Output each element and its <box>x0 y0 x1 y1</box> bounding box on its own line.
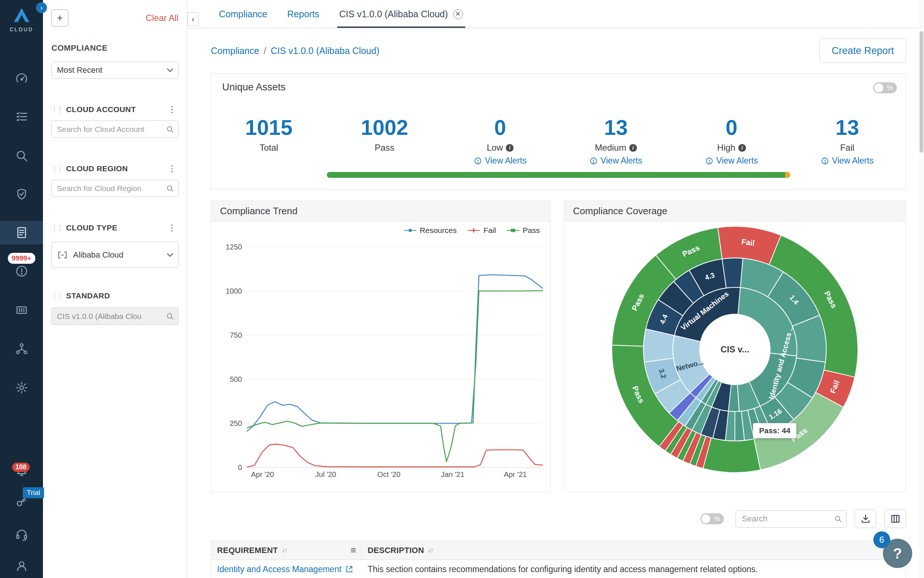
filter-section-label: CLOUD TYPE <box>66 223 165 232</box>
sidebar-item-containers[interactable] <box>0 299 43 322</box>
cloud-region-search-input[interactable] <box>52 180 178 197</box>
requirements-table: REQUIREMENT↓↑ ≡ DESCRIPTION↓↑ Identity a… <box>211 541 906 578</box>
download-button[interactable] <box>854 510 876 528</box>
cloud-type-select[interactable]: Alibaba Cloud <box>52 242 178 268</box>
toggle-knob <box>874 83 883 92</box>
breadcrumb-separator: / <box>264 45 266 56</box>
stat-label: High <box>717 143 735 153</box>
logo-text: CLOUD <box>0 26 43 32</box>
drag-handle-icon[interactable]: ⋮⋮ <box>52 106 62 114</box>
svg-text:Oct '20: Oct '20 <box>377 470 401 479</box>
scrollbar-thumb[interactable] <box>919 31 923 153</box>
filter-section-cloud-region: ⋮⋮ CLOUD REGION ⋮ <box>52 164 178 197</box>
sidebar-item-compliance[interactable] <box>0 221 43 244</box>
columns-button[interactable] <box>884 510 906 528</box>
chevron-down-icon <box>167 68 173 72</box>
collapse-panel-button[interactable]: ‹ <box>187 13 199 26</box>
percent-label: % <box>887 84 893 92</box>
filter-panel-heading: COMPLIANCE <box>52 43 178 53</box>
kebab-menu-icon[interactable]: ⋮ <box>165 222 178 233</box>
avatar-icon <box>15 559 28 573</box>
filter-section-cloud-type: ⋮⋮ CLOUD TYPE ⋮ Alibaba Cloud <box>52 222 178 268</box>
sidebar-item-profile[interactable] <box>0 554 43 578</box>
cloud-type-value: Alibaba Cloud <box>73 250 123 260</box>
sort-select[interactable]: Most Recent <box>52 62 178 79</box>
sort-icon[interactable]: ↓↑ <box>282 546 287 554</box>
sidebar-item-checklist[interactable] <box>0 105 43 128</box>
shield-check-icon <box>15 188 28 201</box>
view-alerts-link[interactable]: View Alerts <box>821 156 873 166</box>
alert-circle-icon <box>474 157 482 165</box>
stat-label: Low <box>487 143 503 153</box>
compliance-coverage-card: Compliance Coverage 1.41.163.24.44.3Fail… <box>564 201 906 492</box>
cloud-account-search-input[interactable] <box>52 120 178 138</box>
scrollbar[interactable] <box>919 0 924 578</box>
svg-text:Fail: Fail <box>741 237 755 247</box>
logo-icon <box>13 7 30 23</box>
drag-handle-icon[interactable]: ⋮⋮ <box>52 224 62 232</box>
trend-chart: 025050075010001250Apr '20Jul '20Oct '20J… <box>211 222 550 492</box>
create-report-button[interactable]: Create Report <box>819 39 906 63</box>
filter-section-label: STANDARD <box>66 291 178 300</box>
info-icon[interactable]: i <box>629 144 637 152</box>
breadcrumb-root[interactable]: Compliance <box>211 45 259 56</box>
view-alerts-link[interactable]: View Alerts <box>589 156 642 166</box>
sidebar-item-network[interactable] <box>0 337 43 360</box>
percent-toggle[interactable]: % <box>873 82 897 93</box>
svg-text:0: 0 <box>238 463 242 471</box>
svg-text:CIS v...: CIS v... <box>720 344 749 354</box>
table-percent-toggle[interactable]: % <box>700 513 724 524</box>
column-menu-icon[interactable]: ≡ <box>351 545 356 556</box>
stat-value: 1015 <box>245 117 292 138</box>
standard-filter-input[interactable] <box>52 308 178 325</box>
alert-circle-icon <box>589 157 597 165</box>
sidebar-item-security[interactable] <box>0 183 43 206</box>
table-search-input[interactable] <box>736 510 846 528</box>
sidebar-item-search[interactable] <box>0 144 43 167</box>
view-alerts-link[interactable]: View Alerts <box>705 156 757 166</box>
svg-text:Apr '20: Apr '20 <box>251 470 274 479</box>
svg-text:Jul '20: Jul '20 <box>315 470 336 479</box>
stat-label: Total <box>260 143 278 153</box>
filter-section-standard: ⋮⋮ STANDARD <box>52 291 178 325</box>
stat-label: Pass <box>375 143 394 153</box>
drag-handle-icon[interactable]: ⋮⋮ <box>52 165 62 173</box>
drag-handle-icon[interactable]: ⋮⋮ <box>52 292 62 300</box>
search-icon <box>166 125 174 133</box>
stat-value: 0 <box>474 117 526 138</box>
compliance-count-badge: 9999+ <box>8 253 35 264</box>
column-header-requirement[interactable]: REQUIREMENT↓↑ ≡ <box>211 541 362 560</box>
info-icon[interactable]: i <box>738 144 746 152</box>
app-logo[interactable]: CLOUD <box>0 7 43 32</box>
sort-icon[interactable]: ↓↑ <box>428 546 433 554</box>
columns-icon <box>890 514 900 524</box>
checklist-icon <box>15 110 28 123</box>
unique-assets-card: Unique Assets % 1015 Total 1002 Pass 0 L… <box>211 73 906 190</box>
requirement-description: This section contains recommendations fo… <box>362 560 906 578</box>
sidebar-item-support[interactable] <box>0 523 43 546</box>
clear-all-link[interactable]: Clear All <box>146 13 178 23</box>
breadcrumb-current[interactable]: CIS v1.0.0 (Alibaba Cloud) <box>271 45 379 56</box>
headset-icon <box>15 528 28 541</box>
add-filter-button[interactable]: + <box>52 10 68 26</box>
stat-medium: 13 Mediumi View Alerts <box>589 117 642 166</box>
card-title: Compliance Trend <box>211 201 550 222</box>
alert-circle-icon <box>821 157 829 165</box>
search-icon <box>15 149 28 162</box>
stat-value: 0 <box>705 117 757 138</box>
requirement-link[interactable]: Identity and Access Management <box>217 564 353 574</box>
kebab-menu-icon[interactable]: ⋮ <box>165 104 178 115</box>
sidebar-item-settings[interactable] <box>0 376 43 399</box>
filter-section-label: CLOUD ACCOUNT <box>66 105 165 114</box>
expand-handle-icon[interactable]: › <box>36 2 47 13</box>
stat-total: 1015 Total <box>245 117 292 153</box>
info-icon[interactable]: i <box>506 144 514 152</box>
view-alerts-link[interactable]: View Alerts <box>474 156 526 166</box>
search-icon <box>166 185 174 193</box>
column-header-description[interactable]: DESCRIPTION↓↑ <box>362 541 906 560</box>
alert-circle-icon <box>15 265 28 278</box>
coverage-sunburst-chart[interactable]: 1.41.163.24.44.3FailPassFailPassPassPass… <box>564 222 906 492</box>
search-icon <box>834 515 842 523</box>
sidebar-item-dashboard[interactable] <box>0 67 43 90</box>
kebab-menu-icon[interactable]: ⋮ <box>165 164 178 174</box>
